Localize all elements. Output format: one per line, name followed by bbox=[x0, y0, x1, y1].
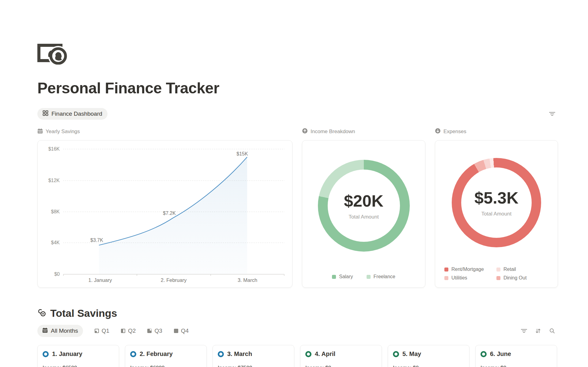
quarter-3-icon bbox=[147, 329, 152, 333]
arrow-up-circle-icon bbox=[302, 128, 308, 135]
yearly-savings-title: Yearly Savings bbox=[46, 129, 80, 135]
x-label-february: 2. February bbox=[161, 277, 187, 283]
salary-swatch bbox=[332, 275, 336, 279]
filter-all-months[interactable]: All Months bbox=[37, 325, 83, 337]
expenses-header: Expenses bbox=[435, 128, 558, 135]
income-total-caption: Total Amount bbox=[349, 214, 379, 220]
expenses-donut-chart: $5.3K Total Amount bbox=[452, 158, 541, 247]
y-tick-12k: $12K bbox=[48, 178, 60, 183]
total-savings-header: Total Savings bbox=[37, 307, 557, 319]
month-card-march[interactable]: 3. March Income: $7500 bbox=[213, 345, 294, 367]
filter-icon[interactable] bbox=[519, 326, 529, 336]
search-icon[interactable] bbox=[547, 326, 557, 336]
quarter-4-icon bbox=[174, 329, 178, 333]
legend-item-retail: Retail bbox=[496, 267, 548, 272]
filter-q4-label: Q4 bbox=[181, 328, 189, 334]
filter-icon[interactable] bbox=[547, 109, 557, 119]
month-card-february[interactable]: 2. February Income: $6000 bbox=[125, 345, 207, 367]
legend-item-freelance: Freelance bbox=[367, 274, 395, 279]
coins-icon bbox=[37, 308, 47, 319]
month-card-title: 1. January bbox=[52, 350, 82, 358]
savings-toolbar-icons bbox=[519, 326, 557, 336]
rent-swatch bbox=[444, 268, 448, 272]
legend-item-salary: Salary bbox=[332, 274, 353, 279]
filter-q4[interactable]: Q4 bbox=[174, 328, 189, 334]
x-label-march: 3. March bbox=[238, 277, 257, 283]
freelance-label: Freelance bbox=[374, 274, 395, 279]
status-ring-icon bbox=[130, 351, 136, 357]
filter-q3-label: Q3 bbox=[154, 328, 162, 334]
utilities-label: Utilities bbox=[451, 275, 467, 281]
status-ring-icon bbox=[305, 351, 311, 357]
month-card-title: 3. March bbox=[227, 350, 252, 358]
legend-item-rent: Rent/Mortgage bbox=[444, 267, 496, 272]
filter-q1-label: Q1 bbox=[102, 328, 109, 334]
tab-label: Finance Dashboard bbox=[51, 110, 102, 117]
month-card-april[interactable]: 4. April Income: $0 bbox=[300, 345, 382, 367]
filter-q2-label: Q2 bbox=[128, 328, 136, 334]
retail-swatch bbox=[496, 268, 500, 272]
month-card-title: 5. May bbox=[402, 350, 421, 358]
dining-label: Dining Out bbox=[503, 275, 527, 281]
month-card-january[interactable]: 1. January Income: $6500 bbox=[37, 345, 119, 367]
legend-item-utilities: Utilities bbox=[444, 275, 496, 281]
y-tick-8k: $8K bbox=[51, 209, 60, 214]
rent-label: Rent/Mortgage bbox=[451, 267, 484, 272]
expenses-column: Expenses $5.3K Total Amount Rent/Mortgag… bbox=[435, 128, 558, 288]
point-label-january: $3.7K bbox=[90, 238, 103, 243]
month-card-june[interactable]: 6. June Income: $0 bbox=[475, 345, 557, 367]
utilities-swatch bbox=[444, 276, 448, 280]
y-tick-16k: $16K bbox=[48, 146, 60, 152]
income-donut-chart: $20K Total Amount bbox=[318, 160, 410, 252]
dining-swatch bbox=[496, 276, 500, 280]
page-root: Personal Finance Tracker Finance Dashboa… bbox=[37, 44, 557, 367]
sort-icon[interactable] bbox=[533, 326, 543, 336]
salary-label: Salary bbox=[339, 274, 353, 279]
freelance-swatch bbox=[367, 275, 371, 279]
view-tabbar: Finance Dashboard bbox=[37, 108, 557, 120]
income-breakdown-title: Income Breakdown bbox=[311, 129, 355, 135]
filter-q2[interactable]: Q2 bbox=[121, 328, 136, 334]
quarter-2-icon bbox=[121, 329, 125, 333]
filter-q3[interactable]: Q3 bbox=[147, 328, 162, 334]
yearly-savings-chart-card: $16K $12K $8K $4K $0 1. January bbox=[37, 140, 292, 288]
calendar-icon bbox=[37, 128, 43, 135]
month-card-title: 6. June bbox=[490, 350, 511, 358]
arrow-down-circle-icon bbox=[435, 128, 441, 135]
month-card-income: Income: $7500 bbox=[218, 365, 289, 367]
filter-q1[interactable]: Q1 bbox=[95, 328, 109, 334]
yearly-savings-header: Yearly Savings bbox=[37, 128, 292, 135]
expenses-legend: Rent/Mortgage Retail Utilities Dining Ou… bbox=[444, 267, 548, 281]
income-breakdown-column: Income Breakdown $20K Total Amount Salar… bbox=[302, 128, 425, 288]
income-total: $20K bbox=[344, 191, 383, 210]
income-legend: Salary Freelance bbox=[332, 274, 395, 279]
total-savings-title: Total Savings bbox=[50, 307, 117, 319]
y-tick-0: $0 bbox=[54, 272, 60, 277]
tab-finance-dashboard[interactable]: Finance Dashboard bbox=[37, 108, 107, 120]
dashboard-charts-row: Yearly Savings bbox=[37, 128, 557, 288]
legend-item-dining: Dining Out bbox=[496, 275, 548, 281]
expenses-title: Expenses bbox=[443, 129, 466, 135]
point-label-march: $15K bbox=[236, 151, 248, 156]
status-ring-icon bbox=[393, 351, 399, 357]
y-tick-4k: $4K bbox=[51, 240, 60, 245]
status-ring-icon bbox=[218, 351, 224, 357]
status-ring-icon bbox=[481, 351, 487, 357]
yearly-savings-column: Yearly Savings bbox=[37, 128, 292, 288]
month-card-income: Income: $0 bbox=[393, 365, 464, 367]
month-card-income: Income: $0 bbox=[305, 365, 377, 367]
filter-all-months-label: All Months bbox=[51, 328, 78, 334]
expenses-total: $5.3K bbox=[474, 188, 518, 207]
month-card-may[interactable]: 5. May Income: $0 bbox=[388, 345, 469, 367]
month-card-title: 4. April bbox=[315, 350, 335, 358]
quarter-1-icon bbox=[95, 329, 99, 333]
savings-filter-row: All Months Q1 Q2 Q3 Q4 bbox=[37, 325, 557, 337]
money-bill-icon[interactable] bbox=[37, 44, 68, 65]
income-breakdown-card: $20K Total Amount Salary Freelance bbox=[302, 140, 425, 288]
month-card-income: Income: $6500 bbox=[43, 365, 114, 367]
expenses-donut-center: $5.3K Total Amount bbox=[452, 158, 541, 247]
x-label-january: 1. January bbox=[88, 277, 112, 283]
months-grid: 1. January Income: $6500 2. February Inc… bbox=[37, 345, 557, 367]
grid-view-icon bbox=[43, 110, 48, 118]
expenses-total-caption: Total Amount bbox=[481, 211, 511, 217]
